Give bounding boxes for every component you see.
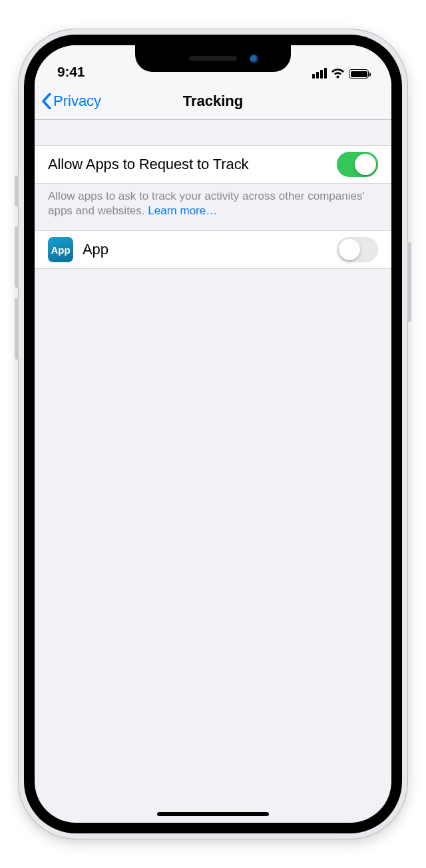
switch-app-tracking[interactable] — [337, 237, 378, 262]
row-app: App App — [35, 230, 391, 269]
tracking-footer-note: Allow apps to ask to track your activity… — [35, 184, 391, 230]
home-indicator[interactable] — [157, 812, 269, 816]
settings-content: Allow Apps to Request to Track Allow app… — [35, 120, 391, 269]
cellular-icon — [312, 68, 327, 79]
page-title: Tracking — [183, 93, 243, 110]
row-allow-tracking: Allow Apps to Request to Track — [35, 145, 391, 184]
learn-more-link[interactable]: Learn more… — [148, 204, 217, 217]
app-icon: App — [48, 237, 73, 262]
battery-icon — [349, 69, 369, 79]
back-button[interactable]: Privacy — [41, 83, 101, 119]
navigation-bar: Privacy Tracking — [35, 83, 391, 120]
front-camera — [250, 55, 259, 64]
phone-bezel: 9:41 — [24, 35, 402, 833]
speaker-grille — [189, 56, 237, 61]
status-time: 9:41 — [57, 64, 85, 80]
notch — [135, 45, 291, 72]
chevron-left-icon — [41, 93, 52, 109]
row-app-label: App — [83, 241, 337, 258]
status-indicators — [312, 68, 369, 80]
switch-allow-tracking[interactable] — [337, 152, 378, 177]
wifi-icon — [331, 68, 345, 79]
screen: 9:41 — [35, 45, 391, 823]
row-allow-tracking-label: Allow Apps to Request to Track — [48, 156, 337, 173]
back-label: Privacy — [53, 93, 101, 110]
phone-frame: 9:41 — [19, 29, 407, 839]
